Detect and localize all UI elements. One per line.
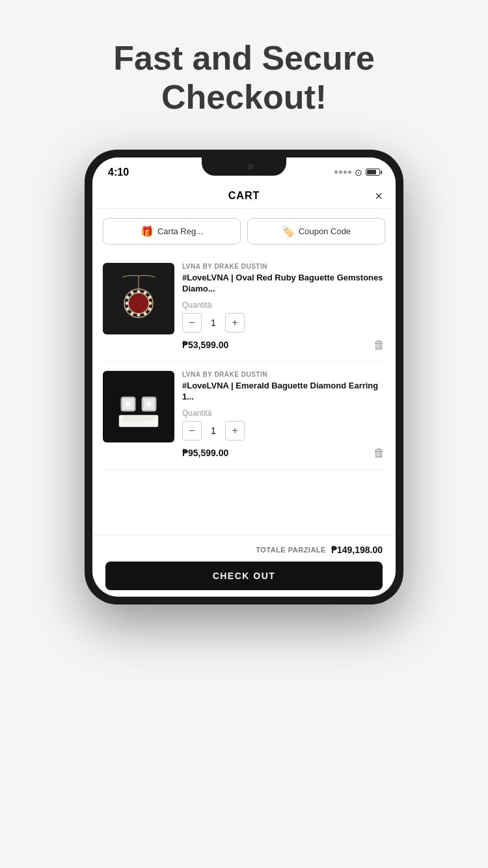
close-button[interactable]: ×	[375, 189, 383, 202]
quantity-value: 1	[202, 318, 225, 328]
checkout-button[interactable]: CHECK OUT	[105, 562, 383, 590]
svg-point-4	[144, 291, 147, 294]
hero-section: Fast and Secure Checkout!	[0, 0, 488, 143]
cart-item: LVNA BY DRAKE DUSTIN #LoveLVNA | Emerald…	[103, 362, 385, 470]
subtotal-value: ₱149,198.00	[331, 545, 383, 555]
delete-item-button[interactable]: 🗑	[373, 446, 385, 460]
coupon-icon: 🏷️	[282, 225, 295, 237]
status-icons: ⊙	[334, 167, 380, 178]
phone-screen: 4:10 ⊙ CART ×	[92, 157, 396, 597]
item-price-row: ₱95,599.00 🗑	[182, 446, 385, 460]
quantity-decrease-button[interactable]: −	[182, 313, 202, 332]
subtotal-label: TOTALE PARZIALE	[256, 546, 326, 554]
battery-icon	[366, 169, 380, 176]
coupon-code-button[interactable]: 🏷️ Coupon Code	[247, 218, 385, 245]
item-brand: LVNA BY DRAKE DUSTIN	[182, 371, 385, 378]
svg-point-3	[137, 290, 141, 293]
quantity-label: Quantità	[182, 409, 385, 418]
item-details: LVNA BY DRAKE DUSTIN #LoveLVNA | Emerald…	[182, 371, 385, 460]
phone-wrapper: 4:10 ⊙ CART ×	[0, 150, 488, 604]
svg-point-9	[137, 313, 141, 316]
svg-point-8	[144, 312, 147, 315]
cart-items-list: LVNA BY DRAKE DUSTIN #LoveLVNA | Oval Re…	[92, 254, 396, 470]
svg-point-7	[148, 307, 152, 310]
bottom-area	[0, 604, 488, 868]
cart-header: CART ×	[92, 182, 396, 209]
svg-point-12	[126, 301, 129, 305]
item-price: ₱53,599.00	[182, 340, 228, 350]
cart-footer: TOTALE PARZIALE ₱149,198.00 CHECK OUT	[92, 535, 396, 597]
item-brand: LVNA BY DRAKE DUSTIN	[182, 263, 385, 270]
carta-reg-label: Carta Reg...	[157, 226, 203, 236]
svg-point-10	[131, 312, 134, 315]
carta-reg-button[interactable]: 🎁 Carta Reg...	[103, 218, 241, 245]
quantity-value: 1	[202, 426, 225, 436]
quantity-control: − 1 +	[182, 313, 385, 332]
item-details: LVNA BY DRAKE DUSTIN #LoveLVNA | Oval Re…	[182, 263, 385, 352]
quantity-control: − 1 +	[182, 421, 385, 441]
scroll-spacer	[92, 470, 396, 535]
item-name: #LoveLVNA | Oval Red Ruby Baguette Gemst…	[182, 272, 385, 295]
quantity-decrease-button[interactable]: −	[182, 421, 202, 441]
svg-point-6	[149, 301, 152, 305]
svg-point-14	[131, 291, 134, 294]
phone-frame: 4:10 ⊙ CART ×	[85, 150, 403, 604]
cart-item: LVNA BY DRAKE DUSTIN #LoveLVNA | Oval Re…	[103, 254, 385, 362]
quantity-increase-button[interactable]: +	[225, 421, 245, 441]
status-bar: 4:10 ⊙	[92, 157, 396, 182]
svg-point-20	[146, 401, 152, 407]
subtotal-row: TOTALE PARZIALE ₱149,198.00	[105, 545, 383, 555]
svg-point-13	[126, 295, 129, 299]
coupon-code-label: Coupon Code	[299, 226, 351, 236]
cart-title: CART	[228, 190, 260, 202]
item-image-earring	[103, 371, 174, 442]
camera-dot	[247, 163, 254, 170]
svg-point-5	[148, 295, 152, 299]
quantity-label: Quantità	[182, 301, 385, 310]
delete-item-button[interactable]: 🗑	[373, 338, 385, 352]
svg-point-17	[126, 401, 131, 407]
item-image-necklace	[103, 263, 174, 334]
gift-icon: 🎁	[141, 225, 154, 237]
quantity-increase-button[interactable]: +	[225, 313, 245, 332]
action-buttons-row: 🎁 Carta Reg... 🏷️ Coupon Code	[92, 209, 396, 254]
item-price-row: ₱53,599.00 🗑	[182, 338, 385, 352]
item-price: ₱95,599.00	[182, 448, 228, 458]
notch	[202, 157, 286, 176]
status-time: 4:10	[108, 167, 129, 178]
signal-icon	[334, 170, 351, 174]
hero-title: Fast and Secure Checkout!	[26, 39, 462, 117]
svg-point-11	[126, 307, 129, 310]
wifi-icon: ⊙	[355, 167, 362, 178]
item-name: #LoveLVNA | Emerald Baguette Diamond Ear…	[182, 380, 385, 403]
